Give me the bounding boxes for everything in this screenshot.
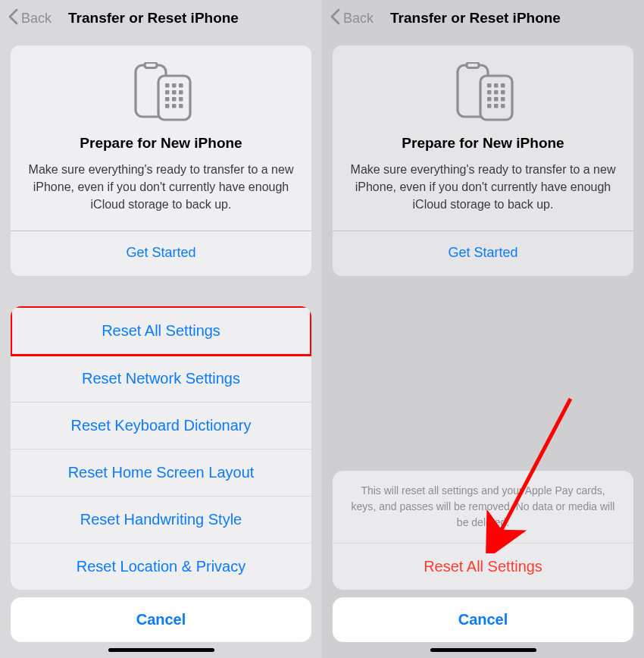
left-phone: Back Transfer or Reset iPhone Prepare fo… (0, 0, 322, 658)
hero-card: Prepare for New iPhone Make sure everyth… (333, 45, 633, 276)
reset-keyboard-dictionary-option[interactable]: Reset Keyboard Dictionary (11, 403, 311, 450)
hero-description: Make sure everything's ready to transfer… (346, 161, 620, 230)
svg-rect-16 (467, 63, 479, 68)
reset-handwriting-style-option[interactable]: Reset Handwriting Style (11, 497, 311, 544)
svg-rect-9 (165, 97, 170, 102)
svg-rect-22 (494, 90, 499, 95)
svg-rect-3 (165, 83, 170, 88)
reset-location-privacy-option[interactable]: Reset Location & Privacy (11, 544, 311, 590)
hero-card: Prepare for New iPhone Make sure everyth… (11, 45, 311, 276)
hero-title: Prepare for New iPhone (24, 135, 298, 152)
confirm-card: This will reset all settings and your Ap… (333, 471, 633, 590)
back-chevron-icon[interactable] (8, 8, 18, 29)
reset-home-screen-layout-option[interactable]: Reset Home Screen Layout (11, 450, 311, 497)
svg-rect-19 (494, 83, 499, 88)
svg-rect-7 (172, 90, 177, 95)
svg-rect-11 (179, 97, 183, 102)
svg-rect-1 (145, 63, 157, 68)
home-indicator[interactable] (430, 648, 536, 652)
back-chevron-icon[interactable] (330, 8, 340, 29)
confirm-message: This will reset all settings and your Ap… (333, 471, 633, 544)
svg-rect-21 (487, 90, 492, 95)
get-started-button[interactable]: Get Started (346, 231, 620, 276)
svg-rect-13 (172, 104, 177, 108)
svg-rect-4 (172, 83, 177, 88)
action-sheet: Reset All Settings Reset Network Setting… (11, 306, 311, 652)
svg-rect-5 (179, 83, 183, 88)
svg-rect-12 (165, 104, 170, 108)
svg-rect-10 (172, 97, 177, 102)
svg-rect-26 (501, 97, 505, 102)
devices-icon (346, 62, 620, 121)
reset-network-settings-option[interactable]: Reset Network Settings (11, 356, 311, 403)
svg-rect-27 (487, 104, 492, 108)
confirmation-sheet: This will reset all settings and your Ap… (333, 471, 633, 652)
hero-description: Make sure everything's ready to transfer… (24, 161, 298, 230)
svg-rect-24 (487, 97, 492, 102)
back-button[interactable]: Back (343, 11, 374, 27)
svg-rect-6 (165, 90, 170, 95)
svg-rect-14 (179, 104, 183, 108)
right-phone: Back Transfer or Reset iPhone Prepare fo… (322, 0, 644, 658)
cancel-button[interactable]: Cancel (333, 597, 633, 642)
cancel-button[interactable]: Cancel (11, 597, 311, 642)
nav-bar: Back Transfer or Reset iPhone (0, 0, 322, 36)
back-button[interactable]: Back (21, 11, 52, 27)
svg-rect-8 (179, 90, 183, 95)
page-title: Transfer or Reset iPhone (390, 10, 561, 27)
hero-title: Prepare for New iPhone (346, 135, 620, 152)
confirm-reset-all-settings-button[interactable]: Reset All Settings (333, 544, 633, 590)
svg-rect-23 (501, 90, 505, 95)
svg-rect-18 (487, 83, 492, 88)
reset-all-settings-option[interactable]: Reset All Settings (11, 306, 311, 356)
action-sheet-list: Reset All Settings Reset Network Setting… (11, 306, 311, 590)
svg-rect-20 (501, 83, 505, 88)
svg-rect-29 (501, 104, 505, 108)
get-started-button[interactable]: Get Started (24, 231, 298, 276)
page-title: Transfer or Reset iPhone (68, 10, 239, 27)
home-indicator[interactable] (108, 648, 214, 652)
svg-rect-25 (494, 97, 499, 102)
devices-icon (24, 62, 298, 121)
svg-rect-28 (494, 104, 499, 108)
nav-bar: Back Transfer or Reset iPhone (322, 0, 644, 36)
